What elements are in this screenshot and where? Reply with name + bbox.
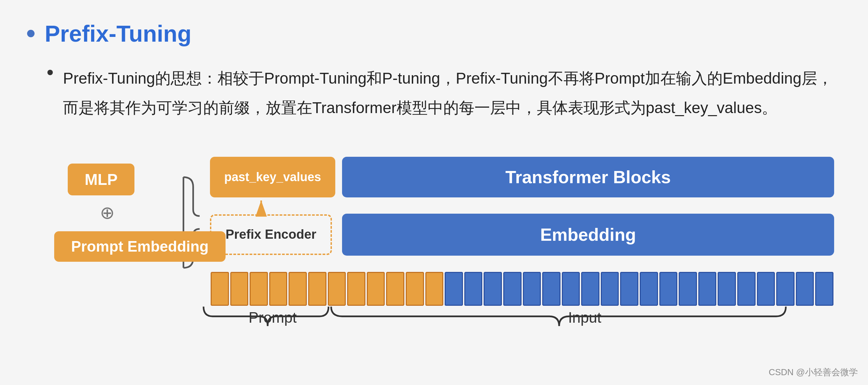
token-cell-blue-1 [445,272,463,306]
token-cell-orange-9 [367,272,385,306]
token-row [210,272,834,306]
prompt-label: Prompt [210,309,335,326]
token-cell-orange-7 [328,272,346,306]
token-cell-blue-8 [581,272,599,306]
cursor-icon: ⊕ [100,202,115,223]
token-cell-orange-6 [308,272,326,306]
prefix-encoder-box: Prefix Encoder [210,214,332,255]
slide: Prefix-Tuning Prefix-Tuning的思想：相较于Prompt… [0,0,868,385]
token-cell-blue-20 [815,272,833,306]
title-bullet [27,30,35,37]
token-cell-blue-9 [601,272,619,306]
token-cell-blue-11 [640,272,658,306]
token-cell-blue-14 [698,272,717,306]
token-cell-blue-15 [718,272,736,306]
token-cell-blue-7 [562,272,580,306]
token-cell-orange-11 [406,272,424,306]
token-cell-orange-4 [269,272,288,306]
token-cell-blue-10 [620,272,638,306]
token-cell-blue-19 [796,272,814,306]
transformer-blocks-box: Transformer Blocks [342,157,834,197]
mlp-box: MLP [68,164,134,195]
token-cell-blue-2 [464,272,483,306]
embedding-box: Embedding [342,214,834,256]
token-cell-orange-2 [230,272,249,306]
token-cell-blue-4 [503,272,522,306]
token-cell-blue-6 [542,272,560,306]
token-cell-blue-18 [776,272,795,306]
token-cell-blue-17 [757,272,775,306]
body-paragraph: Prefix-Tuning的思想：相较于Prompt-Tuning和P-tuni… [63,64,841,123]
token-cell-blue-3 [484,272,502,306]
prompt-embedding-box: Prompt Embedding [54,231,226,262]
token-cell-orange-12 [425,272,444,306]
token-cell-blue-13 [679,272,697,306]
token-cell-blue-16 [737,272,756,306]
title-row: Prefix-Tuning [27,20,841,47]
token-cell-blue-5 [523,272,541,306]
diagram-area: MLP ⊕ Prompt Embedding past_key_values P… [47,136,841,367]
sub-bullet-row: Prefix-Tuning的思想：相较于Prompt-Tuning和P-tuni… [47,64,841,123]
token-cell-orange-5 [289,272,307,306]
bottom-labels: Prompt Input [210,309,834,326]
input-label: Input [335,309,834,326]
token-cell-orange-3 [250,272,268,306]
token-cell-blue-12 [659,272,678,306]
token-cell-orange-8 [347,272,365,306]
content-area: Prefix-Tuning的思想：相较于Prompt-Tuning和P-tuni… [27,64,841,367]
token-cell-orange-1 [211,272,229,306]
slide-title: Prefix-Tuning [45,20,191,47]
token-cell-orange-10 [386,272,404,306]
past-key-values-box: past_key_values [210,157,335,197]
sub-bullet-dot [47,70,53,75]
watermark: CSDN @小轻善会微学 [769,366,858,378]
